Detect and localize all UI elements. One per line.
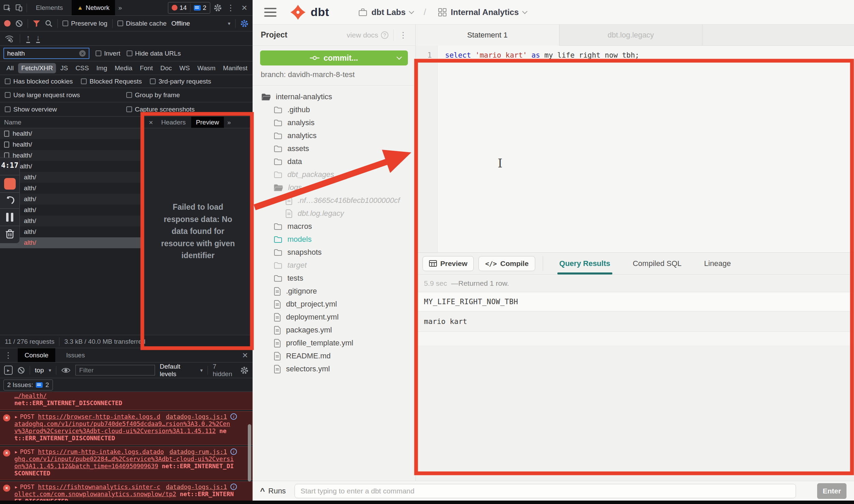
capture-screenshots-checkbox[interactable]: Capture screenshots: [126, 106, 248, 113]
expand-triangle-icon[interactable]: ▸: [14, 484, 18, 490]
console-error[interactable]: …/health/ net::ERR_INTERNET_DISCONNECTED: [0, 392, 253, 410]
more-detail-tabs-icon[interactable]: »: [225, 119, 234, 126]
request-row[interactable]: alth/: [0, 172, 143, 183]
filter-chip-font[interactable]: Font: [137, 63, 156, 73]
console-error[interactable]: × i datadog-logs.js:1 ▸POST https://fish…: [0, 481, 253, 501]
account-switcher[interactable]: dbt Labs: [358, 8, 413, 17]
group-by-frame-checkbox[interactable]: Group by frame: [126, 91, 248, 99]
request-row[interactable]: health/: [0, 139, 143, 150]
filter-chip-css[interactable]: CSS: [72, 63, 92, 73]
info-circle-icon[interactable]: i: [230, 413, 237, 420]
request-row[interactable]: alth/: [0, 205, 143, 216]
error-url[interactable]: https://fishtownanalytics.sinter-collect…: [14, 484, 176, 498]
filter-chip-fetch-xhr[interactable]: Fetch/XHR: [18, 63, 56, 73]
preserve-log-checkbox[interactable]: Preserve log: [62, 20, 108, 27]
network-settings-gear-icon[interactable]: [240, 19, 248, 28]
commit-button[interactable]: commit...: [260, 50, 408, 65]
tree-item-folder[interactable]: macros: [253, 220, 415, 233]
filter-chip-wasm[interactable]: Wasm: [194, 63, 218, 73]
filter-funnel-icon[interactable]: [33, 20, 40, 27]
error-source-link[interactable]: datadog-logs.js:1: [166, 484, 227, 491]
request-row[interactable]: health/: [0, 150, 143, 161]
preview-button[interactable]: Preview: [423, 256, 474, 271]
filter-chip-doc[interactable]: Doc: [157, 63, 175, 73]
search-icon[interactable]: [45, 20, 53, 27]
invert-checkbox[interactable]: Invert: [96, 50, 120, 57]
tab-headers[interactable]: Headers: [156, 117, 190, 128]
tree-item-folder[interactable]: assets: [253, 142, 415, 155]
network-filter-input[interactable]: health ×: [3, 48, 89, 59]
request-row[interactable]: health/: [0, 161, 143, 172]
request-row[interactable]: alth/: [0, 183, 143, 194]
tree-item-folder[interactable]: dbt_packages: [253, 168, 415, 181]
tree-item-file[interactable]: .gitignore: [253, 285, 415, 298]
view-docs-link[interactable]: view docs ?: [347, 31, 388, 39]
console-sidebar-icon[interactable]: ▸: [4, 366, 13, 375]
requests-name-column-header[interactable]: Name: [0, 117, 143, 128]
record-icon[interactable]: [4, 20, 11, 27]
tab-compiled-sql[interactable]: Compiled SQL: [624, 253, 691, 274]
network-conditions-icon[interactable]: [5, 35, 14, 42]
tree-item-root[interactable]: internal-analytics: [253, 90, 415, 103]
project-switcher[interactable]: Internal Analytics: [438, 8, 527, 17]
delete-recording-icon[interactable]: [5, 229, 15, 239]
result-row[interactable]: mario kart: [416, 311, 854, 332]
console-menu-icon[interactable]: ⋮: [3, 351, 14, 360]
tree-item-folder[interactable]: target: [253, 259, 415, 272]
help-icon[interactable]: ?: [381, 31, 388, 39]
disable-cache-checkbox[interactable]: Disable cache: [117, 20, 167, 27]
tab-console[interactable]: Console: [18, 348, 55, 362]
error-source-link[interactable]: datadog-logs.js:1: [166, 413, 227, 420]
tree-item-file[interactable]: dbt_project.yml: [253, 298, 415, 311]
error-url[interactable]: …/health/: [14, 392, 47, 399]
request-row[interactable]: alth/: [0, 216, 143, 226]
error-badge[interactable]: 14: [172, 4, 187, 12]
console-filter-input[interactable]: Filter: [75, 365, 155, 375]
tab-preview[interactable]: Preview: [191, 117, 224, 128]
tab-elements[interactable]: Elements: [30, 0, 68, 15]
tree-item-file[interactable]: README.md: [253, 350, 415, 362]
error-source-link[interactable]: datadog-rum.js:1: [169, 448, 227, 456]
tab-network[interactable]: ▲! Network: [72, 0, 115, 15]
blocked-requests-checkbox[interactable]: Blocked Requests: [81, 78, 142, 85]
info-circle-icon[interactable]: i: [230, 448, 237, 455]
compile-button[interactable]: </> Compile: [479, 256, 535, 271]
has-blocked-cookies-checkbox[interactable]: Has blocked cookies: [5, 78, 73, 85]
close-devtools-icon[interactable]: ×: [240, 3, 249, 13]
request-row[interactable]: alth/: [0, 194, 143, 205]
filter-chip-ws[interactable]: WS: [176, 63, 193, 73]
filter-chip-manifest[interactable]: Manifest: [220, 63, 251, 73]
context-select[interactable]: top: [35, 367, 44, 374]
console-error[interactable]: × i datadog-rum.js:1 ▸POST https://rum-h…: [0, 446, 253, 480]
tree-item-folder[interactable]: analysis: [253, 116, 415, 129]
request-row[interactable]: alth/: [0, 226, 143, 237]
runs-toggle[interactable]: ^Runs: [260, 486, 286, 496]
filter-chip-all[interactable]: All: [3, 63, 17, 73]
throttling-select[interactable]: Offline: [171, 20, 190, 27]
use-large-request-rows-checkbox[interactable]: Use large request rows: [5, 91, 126, 99]
inspect-element-icon[interactable]: [3, 4, 12, 12]
restart-recording-icon[interactable]: [4, 195, 15, 206]
filter-chip-img[interactable]: Img: [93, 63, 110, 73]
sql-editor[interactable]: 1 select 'mario kart' as my_life_right_n…: [416, 46, 854, 252]
issues-pill[interactable]: 2 Issues: 2: [3, 380, 53, 390]
tree-item-file[interactable]: deployment.yml: [253, 311, 415, 324]
devtools-menu-icon[interactable]: ⋮: [225, 3, 236, 13]
tree-item-folder[interactable]: analytics: [253, 129, 415, 142]
more-tabs-icon[interactable]: »: [118, 4, 122, 12]
commit-dropdown-icon[interactable]: [397, 55, 402, 60]
dbt-logo[interactable]: dbt: [290, 4, 329, 20]
tab-lineage[interactable]: Lineage: [695, 253, 740, 274]
filter-chip-js[interactable]: JS: [57, 63, 71, 73]
tab-query-results[interactable]: Query Results: [551, 253, 619, 274]
pause-recording-button[interactable]: [6, 211, 13, 223]
info-circle-icon[interactable]: i: [230, 484, 237, 490]
hide-data-urls-checkbox[interactable]: Hide data URLs: [127, 50, 181, 57]
tree-item-folder[interactable]: .github: [253, 103, 415, 116]
hamburger-menu-icon[interactable]: [264, 8, 276, 17]
enter-button[interactable]: Enter: [817, 483, 846, 499]
tree-item-file[interactable]: .nf…3665c416bfecb1000000cf: [253, 194, 415, 207]
tree-item-folder-models[interactable]: models: [253, 233, 415, 246]
dbt-command-input[interactable]: Start typing to enter a dbt command: [295, 484, 796, 498]
third-party-requests-checkbox[interactable]: 3rd-party requests: [150, 78, 211, 85]
